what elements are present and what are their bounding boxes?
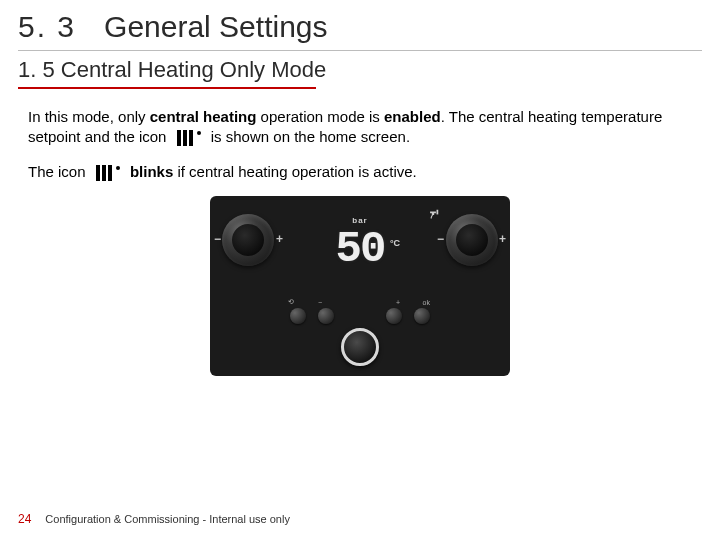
small-label-2: − <box>318 299 322 306</box>
page-number: 24 <box>18 512 31 526</box>
plus-label: + <box>276 232 283 246</box>
right-knob <box>446 214 498 266</box>
radiator-icon <box>177 130 201 146</box>
paragraph-1: In this mode, only central heating opera… <box>28 107 678 148</box>
svg-rect-0 <box>437 210 439 215</box>
footer: 24 Configuration & Commissioning - Inter… <box>18 512 290 526</box>
minus-label: − <box>437 232 444 246</box>
temperature-display: 50 <box>336 224 385 274</box>
page-title: 5. 3 General Settings <box>18 10 702 44</box>
small-label-3: + <box>396 299 400 306</box>
radiator-icon <box>96 165 120 181</box>
subsection-title: 1. 5 Central Heating Only Mode <box>18 57 702 83</box>
footer-text: Configuration & Commissioning - Internal… <box>45 513 290 525</box>
small-label-1: ⟲ <box>288 298 294 306</box>
title-divider <box>18 50 702 51</box>
center-button <box>341 328 379 366</box>
control-panel: − + − + bar 50 °C ⟲ − + ok <box>210 196 510 376</box>
left-knob <box>222 214 274 266</box>
accent-underline <box>18 87 316 89</box>
small-button-1 <box>290 308 306 324</box>
minus-label: − <box>214 232 221 246</box>
section-title: General Settings <box>104 10 327 44</box>
plus-label: + <box>499 232 506 246</box>
small-label-4: ok <box>423 299 430 306</box>
section-number: 5. 3 <box>18 10 76 44</box>
body-text: In this mode, only central heating opera… <box>18 107 678 182</box>
device-illustration: − + − + bar 50 °C ⟲ − + ok <box>18 196 702 376</box>
small-button-4 <box>414 308 430 324</box>
paragraph-2: The icon blinks if central heating opera… <box>28 162 678 182</box>
small-button-3 <box>386 308 402 324</box>
small-button-2 <box>318 308 334 324</box>
tap-icon <box>426 208 440 222</box>
document-page: 5. 3 General Settings 1. 5 Central Heati… <box>0 0 720 540</box>
unit-label: °C <box>390 238 400 248</box>
